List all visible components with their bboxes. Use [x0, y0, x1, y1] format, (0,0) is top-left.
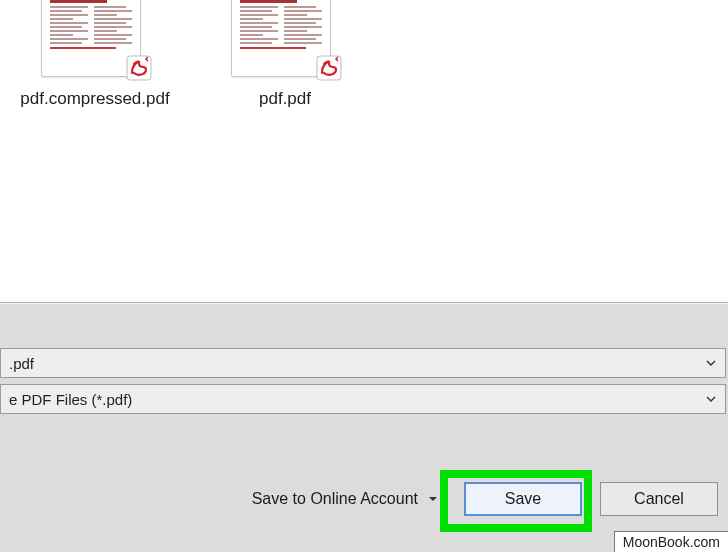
file-browser-area[interactable]: pdf.compressed.pdf: [0, 0, 728, 303]
pdf-icon: [125, 54, 153, 82]
filename-value: .pdf: [9, 355, 34, 372]
save-online-dropdown[interactable]: Save to Online Account: [252, 490, 438, 508]
file-item[interactable]: pdf.pdf: [210, 0, 360, 109]
caret-down-icon: [428, 494, 438, 504]
chevron-down-icon: [705, 357, 717, 369]
file-name-label: pdf.pdf: [259, 88, 311, 109]
watermark-label: MoonBook.com: [614, 531, 728, 552]
file-item[interactable]: pdf.compressed.pdf: [20, 0, 170, 109]
save-button[interactable]: Save: [464, 482, 582, 516]
file-name-label: pdf.compressed.pdf: [20, 88, 169, 109]
filetype-combobox[interactable]: e PDF Files (*.pdf): [0, 384, 726, 414]
pdf-icon: [315, 54, 343, 82]
filename-combobox[interactable]: .pdf: [0, 348, 726, 378]
save-panel: .pdf e PDF Files (*.pdf) Save to Online …: [0, 303, 728, 552]
chevron-down-icon: [705, 393, 717, 405]
filetype-value: e PDF Files (*.pdf): [9, 391, 132, 408]
save-online-label: Save to Online Account: [252, 490, 418, 508]
cancel-button[interactable]: Cancel: [600, 482, 718, 516]
